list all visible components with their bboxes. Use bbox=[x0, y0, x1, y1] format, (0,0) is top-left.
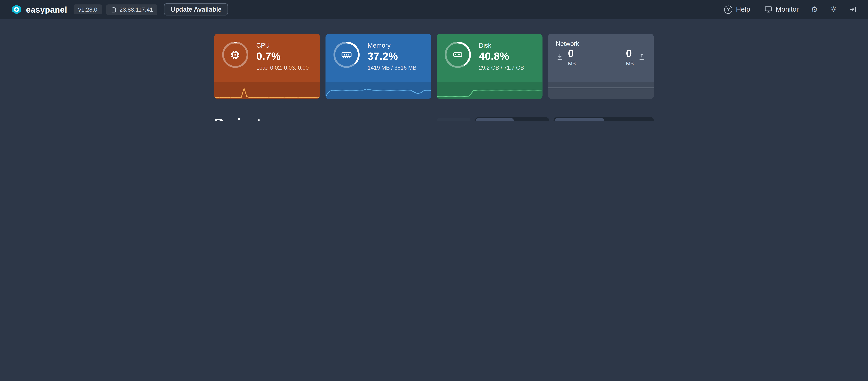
list-icon bbox=[610, 120, 616, 121]
easypanel-logo-icon bbox=[11, 4, 22, 15]
monitor-button[interactable]: Monitor bbox=[765, 5, 799, 13]
logout-icon bbox=[849, 5, 857, 13]
plus-icon bbox=[443, 121, 448, 121]
stats-row: CPU 0.7% Load 0.02, 0.03, 0.00 bbox=[214, 34, 654, 99]
navbar: easypanel v1.28.0 23.88.117.41 Update Av… bbox=[0, 0, 868, 19]
download-value: 0 bbox=[568, 48, 576, 60]
cpu-stat-card: CPU 0.7% Load 0.02, 0.03, 0.00 bbox=[214, 34, 320, 99]
brand-name: easypanel bbox=[26, 5, 67, 14]
ip-badge[interactable]: 23.88.117.41 bbox=[106, 4, 157, 15]
disk-label: Disk bbox=[479, 42, 524, 49]
sort-time-icon bbox=[519, 120, 525, 121]
sort-name-icon bbox=[482, 120, 488, 121]
help-button[interactable]: ? Help bbox=[724, 5, 750, 13]
cpu-gauge bbox=[221, 40, 250, 69]
expanded-view-button[interactable]: Expanded bbox=[555, 118, 604, 121]
collapsed-view-button[interactable]: Collapsed bbox=[604, 118, 653, 121]
sort-by-time-button[interactable]: Time bbox=[514, 118, 548, 121]
help-icon: ? bbox=[724, 5, 733, 13]
network-upload: 0 MB bbox=[626, 48, 646, 66]
network-label: Network bbox=[548, 34, 654, 47]
memory-label: Memory bbox=[368, 42, 416, 49]
monitor-label: Monitor bbox=[776, 5, 799, 13]
clipboard-icon bbox=[111, 6, 117, 13]
update-available-button[interactable]: Update Available bbox=[164, 3, 228, 15]
download-unit: MB bbox=[568, 60, 576, 66]
disk-usage-detail: 29.2 GB / 71.7 GB bbox=[479, 65, 524, 71]
memory-usage-detail: 1419 MB / 3816 MB bbox=[368, 65, 416, 71]
gear-icon: ⚙ bbox=[811, 5, 818, 13]
monitor-icon bbox=[765, 5, 772, 13]
upload-value: 0 bbox=[626, 48, 634, 60]
disk-gauge bbox=[443, 40, 472, 69]
sort-by-name-button[interactable]: Name bbox=[476, 118, 514, 121]
version-badge: v1.28.0 bbox=[74, 4, 102, 14]
network-stat-card: Network 0 MB bbox=[548, 34, 654, 99]
brand[interactable]: easypanel bbox=[11, 4, 67, 15]
disk-value: 40.8% bbox=[479, 50, 524, 62]
upload-icon bbox=[638, 53, 646, 66]
theme-toggle-button[interactable]: ☼ bbox=[830, 5, 837, 13]
help-label: Help bbox=[736, 5, 750, 13]
memory-stat-card: Memory 37.2% 1419 MB / 3816 MB bbox=[326, 34, 431, 99]
main-content: CPU 0.7% Load 0.02, 0.03, 0.00 bbox=[214, 34, 654, 121]
disk-sparkline bbox=[437, 82, 542, 99]
sun-icon: ☼ bbox=[830, 5, 837, 13]
network-sparkline bbox=[548, 82, 654, 99]
settings-button[interactable]: ⚙ bbox=[811, 5, 818, 13]
cpu-load-detail: Load 0.02, 0.03, 0.00 bbox=[256, 65, 309, 71]
cpu-sparkline bbox=[214, 82, 320, 99]
logout-button[interactable] bbox=[849, 5, 857, 13]
memory-sparkline bbox=[326, 82, 431, 99]
grid-icon bbox=[560, 120, 566, 121]
easypanel-dashboard: easypanel v1.28.0 23.88.117.41 Update Av… bbox=[0, 0, 868, 121]
ip-address: 23.88.117.41 bbox=[120, 6, 153, 13]
disk-drive-icon bbox=[443, 40, 472, 69]
memory-gauge bbox=[332, 40, 361, 69]
cpu-chip-icon bbox=[221, 40, 250, 69]
projects-header: Projects New Name bbox=[214, 115, 654, 121]
view-toggle-group: Expanded Collapsed bbox=[554, 117, 654, 121]
cpu-value: 0.7% bbox=[256, 50, 309, 62]
cpu-label: CPU bbox=[256, 42, 309, 49]
download-icon bbox=[556, 53, 564, 66]
sort-toggle-group: Name Time bbox=[475, 117, 549, 121]
memory-value: 37.2% bbox=[368, 50, 416, 62]
page-title: Projects bbox=[214, 115, 269, 121]
new-project-button[interactable]: New bbox=[437, 117, 471, 121]
disk-stat-card: Disk 40.8% 29.2 GB / 71.7 GB bbox=[437, 34, 542, 99]
network-download: 0 MB bbox=[556, 48, 576, 66]
upload-unit: MB bbox=[626, 60, 634, 66]
memory-ram-icon bbox=[332, 40, 361, 69]
